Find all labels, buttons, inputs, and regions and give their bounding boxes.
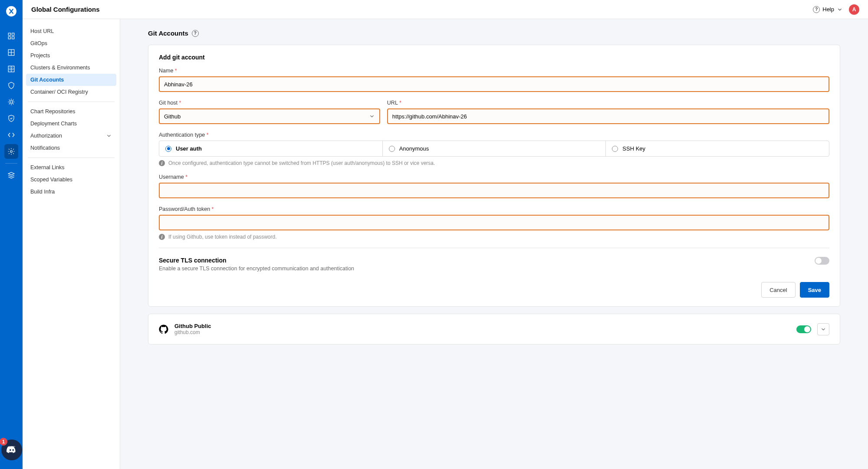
- sidebar-item-container-registry[interactable]: Container/ OCI Registry: [26, 86, 116, 98]
- chevron-down-icon: [820, 326, 826, 332]
- user-avatar[interactable]: A: [849, 4, 859, 15]
- auth-type-label: Authentication type *: [159, 132, 829, 138]
- password-info-text: If using Github, use token instead of pa…: [168, 234, 276, 240]
- sidebar-item-label: Build Infra: [30, 189, 55, 195]
- rail-app-groups-icon[interactable]: [4, 45, 18, 60]
- svg-rect-3: [8, 37, 10, 39]
- sidebar-item-label: Scoped Variables: [30, 177, 72, 183]
- password-input[interactable]: [159, 215, 829, 230]
- info-icon: i: [159, 160, 165, 166]
- help-menu[interactable]: ? Help: [813, 6, 843, 13]
- sidebar-item-label: Clusters & Environments: [30, 65, 90, 71]
- sidebar-item-label: Chart Repositories: [30, 108, 76, 115]
- git-host-value: Github: [164, 113, 181, 120]
- chevron-down-icon: [369, 113, 375, 119]
- discord-button[interactable]: 1: [0, 439, 22, 460]
- header-title: Global Configurations: [31, 6, 100, 13]
- form-heading: Add git account: [159, 54, 829, 61]
- radio-icon: [389, 146, 395, 152]
- help-icon: ?: [813, 6, 820, 13]
- list-item-expand-button[interactable]: [817, 323, 829, 335]
- rail-helm-icon[interactable]: [4, 95, 18, 109]
- radio-icon: [165, 146, 171, 152]
- left-rail: 1: [0, 0, 23, 469]
- auth-type-user-auth[interactable]: User auth: [159, 141, 383, 156]
- save-button[interactable]: Save: [800, 282, 829, 298]
- sidebar-item-projects[interactable]: Projects: [26, 49, 116, 62]
- sidebar-item-label: Projects: [30, 52, 50, 59]
- radio-icon: [612, 146, 618, 152]
- radio-label: Anonymous: [399, 145, 429, 152]
- sidebar-item-label: Container/ OCI Registry: [30, 89, 88, 95]
- list-item-host: github.com: [174, 329, 790, 335]
- sidebar-item-label: GitOps: [30, 40, 47, 46]
- sidebar-item-git-accounts[interactable]: Git Accounts: [26, 74, 116, 86]
- list-item-name: Github Public: [174, 323, 790, 329]
- header-bar: Global Configurations ? Help A: [23, 0, 868, 19]
- rail-security-icon[interactable]: [4, 111, 18, 126]
- radio-label: SSH Key: [622, 145, 645, 152]
- sidebar-item-authorization[interactable]: Authorization: [26, 130, 116, 142]
- url-input[interactable]: [387, 108, 829, 124]
- auth-type-ssh-key[interactable]: SSH Key: [606, 141, 829, 156]
- cancel-button[interactable]: Cancel: [761, 282, 795, 298]
- password-info: i If using Github, use token instead of …: [159, 234, 829, 240]
- sidebar-item-clusters-environments[interactable]: Clusters & Environments: [26, 62, 116, 74]
- git-host-label: Git host *: [159, 100, 380, 106]
- main-panel: Git Accounts ? Add git account Name * Gi…: [120, 19, 868, 469]
- svg-point-8: [10, 151, 13, 153]
- git-account-list-item[interactable]: Github Public github.com: [148, 314, 840, 344]
- settings-sidebar: Host URL GitOps Projects Clusters & Envi…: [23, 19, 120, 469]
- sidebar-item-label: Git Accounts: [30, 77, 64, 83]
- tls-title: Secure TLS connection: [159, 257, 354, 264]
- username-label: Username *: [159, 174, 829, 180]
- sidebar-item-label: Deployment Charts: [30, 121, 77, 127]
- rail-chart-store-icon[interactable]: [4, 78, 18, 93]
- sidebar-item-deployment-charts[interactable]: Deployment Charts: [26, 118, 116, 130]
- sidebar-item-chart-repositories[interactable]: Chart Repositories: [26, 105, 116, 118]
- tls-toggle[interactable]: [815, 257, 829, 265]
- chevron-down-icon: [106, 133, 112, 139]
- rail-code-icon[interactable]: [4, 128, 18, 142]
- sidebar-item-notifications[interactable]: Notifications: [26, 142, 116, 154]
- app-logo-icon[interactable]: [5, 5, 17, 17]
- svg-rect-2: [12, 33, 14, 35]
- auth-info-text: Once configured, authentication type can…: [168, 160, 435, 166]
- svg-rect-1: [8, 33, 10, 35]
- password-label: Password/Auth token *: [159, 206, 829, 212]
- radio-label: User auth: [176, 145, 202, 152]
- github-icon: [159, 325, 168, 334]
- info-icon: i: [159, 234, 165, 240]
- sidebar-item-host-url[interactable]: Host URL: [26, 25, 116, 37]
- rail-applications-icon[interactable]: [4, 29, 18, 43]
- discord-icon: [6, 444, 17, 456]
- sidebar-item-gitops[interactable]: GitOps: [26, 37, 116, 49]
- name-input[interactable]: [159, 76, 829, 92]
- page-title: Git Accounts: [148, 30, 188, 37]
- tls-subtitle: Enable a secure TLS connection for encry…: [159, 266, 354, 272]
- sidebar-item-label: Notifications: [30, 145, 60, 151]
- auth-info: i Once configured, authentication type c…: [159, 160, 829, 166]
- list-item-enable-toggle[interactable]: [796, 325, 811, 333]
- username-input[interactable]: [159, 183, 829, 198]
- sidebar-item-label: Authorization: [30, 133, 62, 139]
- rail-resource-browser-icon[interactable]: [4, 62, 18, 76]
- name-label: Name *: [159, 68, 829, 74]
- url-label: URL *: [387, 100, 829, 106]
- sidebar-item-label: Host URL: [30, 28, 54, 34]
- rail-global-config-icon[interactable]: [4, 144, 18, 159]
- auth-type-radio-group: User auth Anonymous SSH Key: [159, 141, 829, 157]
- svg-point-7: [10, 101, 13, 103]
- rail-stack-icon[interactable]: [4, 168, 18, 183]
- sidebar-item-build-infra[interactable]: Build Infra: [26, 186, 116, 198]
- help-label: Help: [822, 6, 834, 13]
- auth-type-anonymous[interactable]: Anonymous: [383, 141, 606, 156]
- sidebar-item-label: External Links: [30, 164, 65, 171]
- page-help-icon[interactable]: ?: [192, 30, 199, 37]
- sidebar-item-scoped-variables[interactable]: Scoped Variables: [26, 174, 116, 186]
- chevron-down-icon: [837, 7, 843, 13]
- add-git-account-card: Add git account Name * Git host * Github: [148, 45, 840, 307]
- sidebar-item-external-links[interactable]: External Links: [26, 161, 116, 174]
- svg-rect-4: [12, 37, 14, 39]
- git-host-select[interactable]: Github: [159, 108, 380, 124]
